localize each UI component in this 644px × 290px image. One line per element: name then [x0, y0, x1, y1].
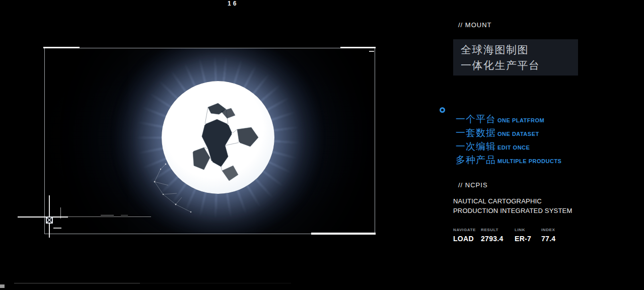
feature-item: 一个平台 ONE PLATFROM — [456, 113, 561, 126]
stat-value: ER-7 — [515, 235, 541, 243]
frame-accent-top-left — [43, 47, 80, 48]
stat-index: INDEX 77.4 — [541, 228, 555, 243]
stat-value: LOAD — [453, 235, 481, 243]
stat-label: LINK — [515, 228, 541, 232]
frame-marker-hdash — [53, 228, 61, 229]
globe-mesh-overlay — [146, 154, 221, 220]
feature-zh-label: 多种产品 — [456, 154, 496, 167]
feature-item: 多种产品 MULTIPLE PRODUCTS — [456, 154, 561, 167]
system-name: NAUTICAL CARTOGRAPHIC PRODUCTION INTEGRA… — [453, 197, 572, 215]
feature-en-label: ONE PLATFROM — [497, 117, 544, 123]
frame-accent-top-right — [340, 47, 376, 48]
frame-accent-top-right-tick — [369, 51, 374, 52]
status-readout: NAVIGATE LOAD RESULT 2793.4 LINK ER-7 IN… — [453, 228, 555, 243]
feature-item: 一次编辑 EDIT ONCE — [456, 140, 561, 154]
stat-label: RESULT — [481, 228, 515, 232]
frame-baseline-dim — [68, 216, 151, 217]
frame-counter: 16 — [228, 0, 238, 7]
feature-zh-label: 一个平台 — [456, 113, 496, 126]
stat-value: 2793.4 — [481, 235, 515, 243]
frame-baseline-dash — [101, 215, 114, 215]
circle-outline-icon — [440, 107, 445, 113]
frame-baseline-dash — [121, 215, 128, 215]
screen-bottom-line-faint — [140, 283, 291, 283]
platform-title-box: 全球海图制图 一体化生产平台 — [453, 39, 578, 76]
feature-en-label: ONE DATASET — [497, 131, 539, 137]
feature-en-label: EDIT ONCE — [497, 144, 530, 151]
frame-accent-bottom-right — [311, 233, 376, 235]
mount-section-label: // MOUNT — [458, 21, 492, 29]
screen-bottom-dot — [0, 284, 5, 288]
platform-title-line2: 一体化生产平台 — [461, 57, 578, 73]
stat-navigate: NAVIGATE LOAD — [453, 228, 481, 243]
stat-label: INDEX — [541, 228, 555, 232]
stat-label: NAVIGATE — [453, 228, 481, 232]
globe-viewport-frame — [44, 48, 375, 234]
feature-zh-label: 一套数据 — [456, 126, 496, 139]
feature-item: 一套数据 ONE DATASET — [456, 126, 561, 140]
screen-bottom-line — [14, 283, 140, 283]
feature-zh-label: 一次编辑 — [456, 140, 496, 153]
stat-result: RESULT 2793.4 — [481, 228, 515, 243]
feature-list: 一个平台 ONE PLATFROM 一套数据 ONE DATASET 一次编辑 … — [456, 113, 561, 167]
platform-title-line1: 全球海图制图 — [461, 42, 578, 57]
system-name-line1: NAUTICAL CARTOGRAPHIC — [453, 197, 572, 206]
frame-marker-square-icon — [46, 216, 53, 224]
frame-marker-vline-small — [60, 207, 61, 219]
ncpis-section-label: // NCPIS — [458, 181, 488, 189]
stat-value: 77.4 — [541, 235, 555, 243]
stat-link: LINK ER-7 — [515, 228, 541, 243]
feature-en-label: MULTIPLE PRODUCTS — [497, 158, 561, 164]
system-name-line2: PRODUCTION INTEGRATED SYSTEM — [453, 206, 572, 216]
